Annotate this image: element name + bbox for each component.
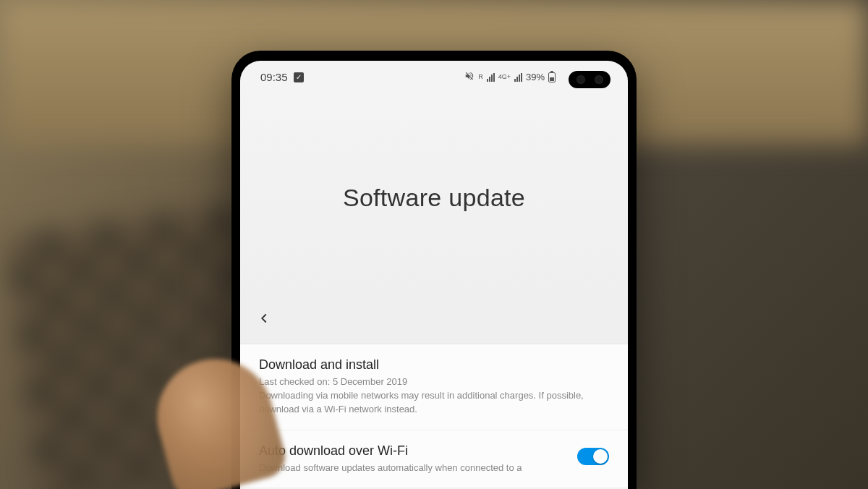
download-install-title: Download and install [259,357,609,373]
auto-download-toggle[interactable] [577,448,609,465]
back-button[interactable] [256,310,278,331]
battery-percent: 39% [526,72,545,82]
phone-frame: 09:35 ✓ R 4G+ 39% Software update [231,51,637,489]
network-label-r: R [478,74,483,80]
chevron-left-icon [256,310,272,326]
auto-download-title: Auto download over Wi-Fi [259,443,566,459]
camera-cutout [569,71,610,88]
download-install-item[interactable]: Download and install Last checked on: 5 … [240,344,628,430]
network-label-4g: 4G+ [498,74,511,80]
auto-download-description: Download software updates automatically … [259,462,566,475]
battery-icon [548,72,556,82]
download-install-lastchecked: Last checked on: 5 December 2019 [259,375,609,389]
signal-bars-1-icon [487,73,495,82]
signal-bars-2-icon [514,73,522,82]
phone-screen: 09:35 ✓ R 4G+ 39% Software update [240,61,628,489]
auto-download-item[interactable]: Auto download over Wi-Fi Download softwa… [240,430,628,489]
status-time: 09:35 [260,71,288,83]
mute-icon [464,71,475,83]
toolbar [240,306,628,344]
settings-list: Download and install Last checked on: 5 … [240,344,628,488]
download-install-description: Downloading via mobile networks may resu… [259,389,609,417]
page-title: Software update [343,184,525,212]
header-area: Software update [240,89,628,306]
notification-check-icon: ✓ [294,72,304,82]
